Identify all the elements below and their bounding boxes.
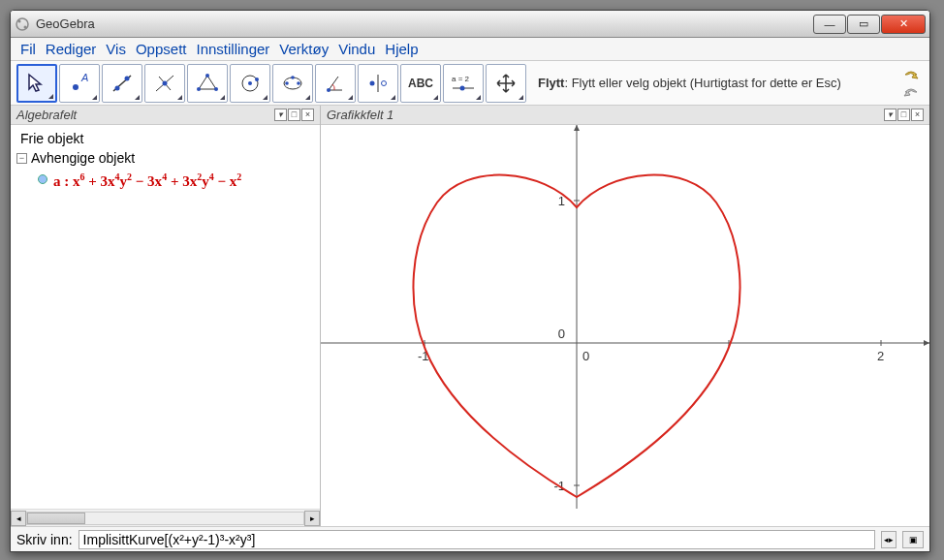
tool-circle[interactable] [230,64,270,103]
panel-close-icon[interactable]: × [301,109,314,121]
point-icon: A [68,72,91,95]
panel-undock-icon[interactable]: □ [288,109,300,121]
menu-tools[interactable]: Verktøy [275,39,332,59]
svg-point-6 [115,85,120,90]
tool-polygon[interactable] [187,64,228,103]
app-icon [15,16,30,32]
svg-point-16 [248,81,252,85]
object-row-a[interactable]: a : x6 + 3x4y2 − 3x4 + 3x2y4 − x2 [38,168,314,191]
reflect-icon [366,72,390,95]
panel-menu-icon[interactable]: ▾ [274,109,287,121]
scroll-left-icon[interactable]: ◂ [11,511,26,526]
scroll-right-icon[interactable]: ▸ [304,511,320,526]
svg-point-0 [16,18,28,30]
svg-text:a = 2: a = 2 [452,75,470,83]
visibility-dot-icon[interactable] [38,174,47,184]
svg-point-24 [370,80,375,85]
graphics-panel: Grafikkfelt 1 ▾ □ × [321,106,929,526]
menubar: Fil Rediger Vis Oppsett Innstillinger Ve… [11,38,929,61]
toolbar: A ABC [11,61,929,106]
svg-point-17 [255,78,259,81]
algebra-title: Algebrafelt [16,108,77,122]
x-tick-2: 2 [877,349,884,363]
tool-hint-desc: : Flytt eller velg objekt (Hurtigtast fo… [564,76,840,90]
input-history-icon[interactable]: ◂▸ [881,531,897,548]
svg-point-22 [327,88,330,92]
input-help-icon[interactable]: ▣ [902,531,924,548]
menu-settings[interactable]: Innstillinger [192,39,273,59]
graphics-title: Grafikkfelt 1 [327,108,393,122]
graphics-view[interactable]: -1 0 2 1 0 -1 [321,125,929,526]
line-icon [110,72,134,95]
svg-point-25 [382,80,387,85]
menu-layout[interactable]: Oppsett [132,39,191,59]
tool-text[interactable]: ABC [400,64,441,103]
algebra-panel: Algebrafelt ▾ □ × Frie objekt − Avhengig… [11,106,321,526]
object-definition: a : x6 + 3x4y2 − 3x4 + 3x2y4 − x2 [53,168,241,191]
tool-line[interactable] [102,64,142,103]
close-button[interactable]: ✕ [881,15,926,34]
menu-file[interactable]: Fil [16,39,40,59]
panel-close-icon[interactable]: × [911,109,924,121]
tool-hint-name: Flytt [538,76,564,90]
svg-point-12 [205,74,209,78]
algebra-tree[interactable]: Frie objekt − Avhengige objekt a : x6 + … [11,125,320,509]
undo-button[interactable] [902,67,920,82]
ellipse-icon [281,72,304,95]
tool-slider[interactable]: a = 2 [443,64,484,103]
x-tick-0: 0 [582,349,589,363]
main-area: Algebrafelt ▾ □ × Frie objekt − Avhengig… [11,106,929,526]
menu-window[interactable]: Vindu [334,39,379,59]
command-input[interactable] [79,530,875,549]
dependent-objects-label: Avhengige objekt [31,148,135,168]
polygon-icon [196,72,219,95]
graphics-header: Grafikkfelt 1 ▾ □ × [321,106,929,125]
input-label: Skriv inn: [16,532,73,547]
algebra-hscroll[interactable]: ◂ ▸ [11,509,320,526]
tool-point[interactable]: A [59,64,100,103]
scroll-thumb[interactable] [27,513,85,524]
menu-view[interactable]: Vis [102,39,130,59]
svg-point-13 [214,87,218,91]
panel-menu-icon[interactable]: ▾ [884,109,897,121]
tool-conic[interactable] [272,64,313,103]
cursor-icon [25,72,48,95]
menu-help[interactable]: Hjelp [381,39,422,59]
minimize-button[interactable]: — [813,15,846,34]
svg-point-10 [163,80,168,85]
tool-reflect[interactable] [358,64,398,103]
app-window: GeoGebra — ▭ ✕ Fil Rediger Vis Oppsett I… [10,10,930,552]
graphics-canvas: -1 0 2 1 0 -1 [321,125,929,509]
tool-angle[interactable] [315,64,356,103]
svg-marker-11 [199,76,216,89]
collapse-icon[interactable]: − [16,153,27,164]
angle-icon [324,72,347,95]
text-icon: ABC [408,77,433,90]
svg-point-28 [460,85,465,90]
menu-edit[interactable]: Rediger [42,39,101,59]
algebra-header: Algebrafelt ▾ □ × [11,106,320,125]
svg-point-21 [291,76,295,79]
tool-move[interactable] [16,64,57,103]
y-tick-0: 0 [558,327,565,341]
window-title: GeoGebra [36,16,812,31]
move-view-icon [494,72,518,95]
window-controls: — ▭ ✕ [812,15,926,34]
svg-point-20 [297,81,300,85]
input-bar: Skriv inn: ◂▸ ▣ [11,526,929,551]
redo-button[interactable] [902,84,920,100]
panel-undock-icon[interactable]: □ [897,109,910,121]
tool-hint: Flytt: Flytt eller velg objekt (Hurtigta… [528,74,900,92]
maximize-button[interactable]: ▭ [847,15,880,34]
free-objects-label: Frie objekt [20,129,83,148]
svg-point-3 [73,84,79,90]
titlebar: GeoGebra — ▭ ✕ [11,11,929,38]
circle-icon [238,72,262,95]
perp-icon [153,72,176,95]
svg-point-14 [197,87,201,91]
slider-icon: a = 2 [449,72,478,95]
svg-point-1 [18,19,21,22]
svg-point-2 [24,25,27,28]
tool-perpendicular[interactable] [144,64,185,103]
tool-move-view[interactable] [486,64,526,103]
